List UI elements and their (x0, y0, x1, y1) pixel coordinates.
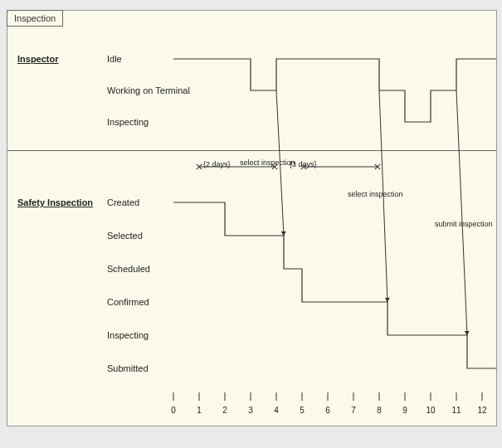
state-created-label: Created (107, 197, 139, 207)
state-inspecting-label: Inspecting (107, 117, 149, 127)
axis-12: 12 (477, 406, 486, 415)
state-idle-label: Idle (107, 54, 122, 64)
timing-diagram: { "title": "Inspection", "lanes": { "ins… (7, 10, 497, 426)
constraint-2-label: {3 days} (290, 160, 317, 168)
axis-3: 3 (248, 406, 253, 415)
message-3-label: submit inspection (435, 220, 493, 228)
axis-11: 11 (451, 406, 461, 415)
state-working-label: Working on Terminal (107, 85, 190, 95)
diagram-svg (7, 11, 496, 426)
lane-divider (7, 150, 496, 151)
message-2-label: select inspection (348, 190, 403, 198)
axis-9: 9 (402, 406, 407, 415)
diagram-title: Inspection (14, 13, 56, 23)
axis-4: 4 (274, 406, 279, 415)
axis-5: 5 (300, 406, 305, 415)
axis-8: 8 (377, 406, 382, 415)
state-inspecting2-label: Inspecting (107, 330, 149, 340)
message-1-label: select inspection (240, 158, 295, 167)
state-scheduled-label: Scheduled (107, 264, 150, 274)
axis-0: 0 (171, 406, 176, 415)
lane-inspector-label: Inspector (17, 54, 59, 64)
axis-2: 2 (222, 406, 227, 415)
svg-line-19 (456, 90, 467, 335)
axis-7: 7 (351, 406, 356, 415)
state-selected-label: Selected (107, 231, 143, 241)
axis-10: 10 (426, 406, 435, 415)
state-submitted-label: Submitted (107, 363, 149, 373)
axis-1: 1 (197, 406, 202, 415)
constraint-1-label: {2 days} (203, 160, 231, 168)
axis-6: 6 (325, 406, 330, 415)
lane-safety-label: Safety Inspection (17, 197, 93, 207)
diagram-title-tab: Inspection (7, 10, 63, 27)
state-confirmed-label: Confirmed (107, 297, 149, 307)
